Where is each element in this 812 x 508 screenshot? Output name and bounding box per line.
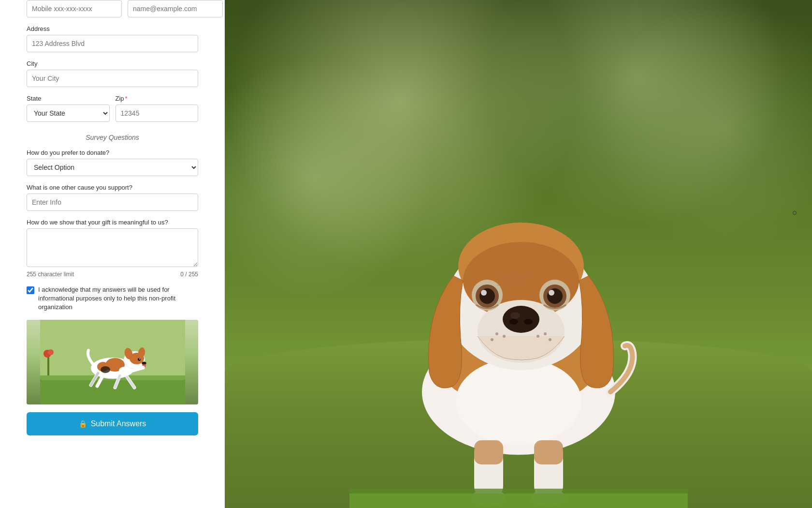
zip-required-star: * [125,95,128,102]
donate-question-label: How do you prefer to donate? [27,149,198,156]
svg-point-52 [536,335,539,338]
email-input[interactable] [128,0,223,17]
svg-rect-58 [474,440,503,464]
submit-button[interactable]: 🔒 Submit Answers [27,412,198,435]
svg-point-39 [524,319,533,325]
cause-question-label: What is one other cause you support? [27,184,198,191]
char-limit-label: 255 character limit [27,271,74,278]
city-input[interactable] [27,70,198,87]
cause-input[interactable] [27,194,198,211]
svg-point-53 [549,338,551,341]
gift-textarea[interactable] [27,228,198,267]
acknowledgment-label: I acknowledge that my answers will be us… [38,285,198,312]
svg-rect-3 [47,356,49,375]
svg-point-48 [495,332,498,335]
lock-icon: 🔒 [79,420,87,428]
zip-input[interactable] [116,105,199,122]
svg-point-38 [509,319,518,325]
city-label: City [27,60,198,67]
basset-hound-svg [349,121,688,508]
top-inputs-row [27,0,198,17]
address-label: Address [27,25,198,32]
zip-label: Zip* [116,95,199,102]
svg-point-14 [138,358,141,361]
state-label: State [27,95,110,102]
svg-rect-61 [349,493,688,508]
city-group: City [27,60,198,87]
svg-point-47 [549,290,554,296]
svg-point-23 [140,366,145,370]
char-count-row: 255 character limit 0 / 255 [27,271,198,278]
photo-panel [225,0,812,508]
form-panel: Address City State Your State Alabama Al… [0,0,225,508]
svg-point-49 [503,335,506,338]
acknowledgment-checkbox[interactable] [27,286,34,294]
svg-point-15 [139,359,140,359]
donate-group: How do you prefer to donate? Select Opti… [27,149,198,176]
gift-question-label: How do we show that your gift is meaning… [27,219,198,226]
small-dog-scene [27,320,198,404]
svg-point-28 [119,367,130,374]
svg-point-36 [503,306,539,333]
donate-select[interactable]: Select Option Online By Mail In Person P… [27,159,198,176]
state-group: State Your State Alabama Alaska Arizona … [27,95,110,122]
svg-point-27 [101,366,110,373]
dog-thumbnail [27,320,198,404]
state-zip-row: State Your State Alabama Alaska Arizona … [27,95,198,122]
svg-point-51 [544,332,547,335]
zip-group: Zip* [116,95,199,122]
svg-point-31 [456,358,581,445]
jack-russell-svg [40,320,185,404]
mobile-input[interactable] [27,0,122,17]
svg-rect-59 [534,440,563,464]
cause-group: What is one other cause you support? [27,184,198,211]
address-input[interactable] [27,35,198,52]
survey-section-title: Survey Questions [27,134,198,141]
char-count-display: 0 / 255 [180,271,198,278]
submit-label: Submit Answers [91,419,146,428]
svg-point-5 [48,349,54,355]
svg-point-37 [510,312,520,319]
gift-group: How do we show that your gift is meaning… [27,219,198,278]
state-select[interactable]: Your State Alabama Alaska Arizona Califo… [27,105,110,122]
svg-point-50 [491,338,493,341]
acknowledgment-row: I acknowledge that my answers will be us… [27,285,198,312]
address-group: Address [27,25,198,52]
svg-point-43 [481,290,487,296]
